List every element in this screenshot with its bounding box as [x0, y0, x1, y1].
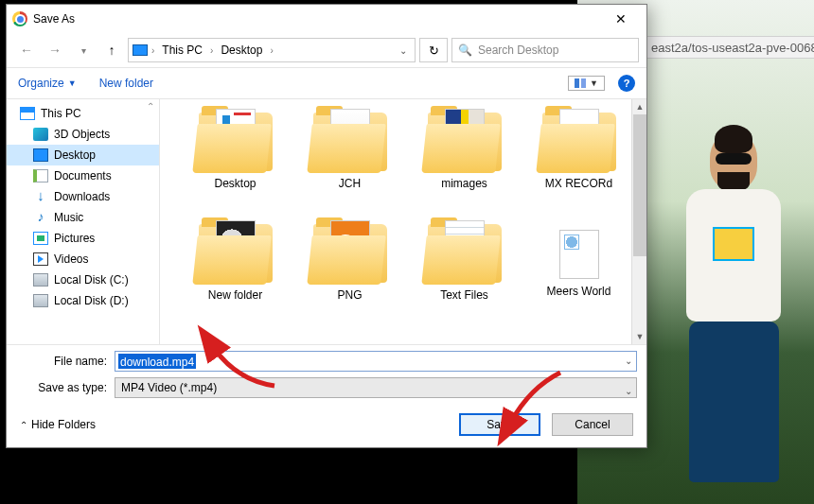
documents-icon — [33, 169, 48, 182]
save-button[interactable]: Save — [459, 413, 540, 436]
save-as-dialog: Save As ✕ ← → ▾ ↑ › This PC › Desktop › … — [6, 4, 647, 448]
up-button[interactable]: ↑ — [99, 38, 124, 62]
file-meers-world[interactable]: Meers World — [524, 224, 633, 336]
breadcrumb-desktop[interactable]: Desktop — [217, 43, 266, 57]
search-input[interactable]: 🔍 Search Desktop — [451, 38, 639, 62]
forward-button[interactable]: → — [43, 38, 67, 62]
filename-value: download.mp4 — [118, 354, 196, 369]
tree-label: Music — [54, 211, 83, 224]
hide-folders-label: Hide Folders — [31, 418, 96, 431]
filename-area: File name: download.mp4 ⌄ Save as type: … — [7, 345, 646, 402]
person-figure — [672, 132, 795, 492]
chevron-right-icon: › — [151, 45, 154, 56]
filename-input[interactable]: download.mp4 ⌄ — [115, 351, 637, 372]
dialog-title: Save As — [33, 12, 75, 26]
chevron-down-icon: ▼ — [68, 78, 77, 88]
chevron-right-icon: › — [270, 45, 273, 56]
filetype-select[interactable]: MP4 Video (*.mp4) ⌄ — [115, 377, 637, 398]
downloads-icon: ↓ — [33, 190, 48, 203]
view-options-button[interactable]: ▼ — [568, 76, 605, 91]
search-placeholder: Search Desktop — [478, 43, 558, 57]
folder-icon — [199, 224, 273, 283]
browser-address-fragment: east2a/tos-useast2a-pve-0068 — [647, 36, 814, 59]
filename-label: File name: — [16, 355, 115, 368]
folder-icon — [542, 113, 616, 171]
pc-icon — [20, 107, 35, 120]
help-button[interactable]: ? — [618, 75, 635, 92]
folder-png[interactable]: PNG — [295, 224, 404, 336]
tree-item-disk-d[interactable]: Local Disk (D:) — [7, 290, 159, 311]
breadcrumb-dropdown[interactable]: ⌄ — [396, 45, 411, 56]
tree-item-downloads[interactable]: ↓ Downloads — [7, 186, 159, 207]
breadcrumb-this-pc[interactable]: This PC — [158, 43, 206, 57]
filetype-value: MP4 Video (*.mp4) — [121, 381, 217, 394]
file-label: Meers World — [547, 285, 611, 298]
folder-desktop[interactable]: Desktop — [181, 113, 290, 224]
tree-label: This PC — [41, 107, 81, 120]
new-folder-button[interactable]: New folder — [99, 77, 153, 90]
dialog-footer: ⌃ Hide Folders Save Cancel — [7, 402, 646, 447]
tree-label: Downloads — [54, 190, 110, 203]
3d-icon — [33, 128, 48, 141]
tree-label: 3D Objects — [54, 128, 110, 141]
file-grid: Desktop JCH mimages MX RECORd New folder… — [160, 99, 646, 344]
tree-item-this-pc[interactable]: This PC — [7, 103, 159, 124]
tree-label: Local Disk (D:) — [54, 294, 129, 307]
tree-label: Documents — [54, 169, 112, 182]
file-label: mimages — [441, 177, 487, 190]
folder-new-folder[interactable]: New folder — [181, 224, 290, 336]
file-label: Desktop — [214, 177, 256, 190]
nav-row: ← → ▾ ↑ › This PC › Desktop › ⌄ ↻ 🔍 Sear… — [7, 33, 646, 67]
chrome-icon — [12, 11, 27, 26]
folder-jch[interactable]: JCH — [295, 113, 404, 224]
tree-item-documents[interactable]: Documents — [7, 165, 159, 186]
filetype-label: Save as type: — [16, 381, 115, 394]
cancel-button[interactable]: Cancel — [552, 413, 633, 436]
chevron-right-icon: › — [210, 45, 213, 56]
nav-history-dropdown[interactable]: ▾ — [71, 38, 96, 62]
tree-item-music[interactable]: ♪ Music — [7, 207, 159, 228]
organize-menu[interactable]: Organize ▼ — [18, 77, 77, 90]
scrollbar-thumb[interactable] — [633, 114, 646, 256]
file-label: MX RECORd — [545, 177, 612, 190]
tree-label: Pictures — [54, 232, 95, 245]
nav-tree: ⌃ This PC 3D Objects Desktop Documents ↓… — [7, 99, 160, 344]
tree-label: Local Disk (C:) — [54, 273, 129, 287]
disk-icon — [33, 273, 48, 287]
music-icon: ♪ — [33, 211, 48, 224]
shortcut-icon — [559, 230, 599, 279]
tree-item-desktop[interactable]: Desktop — [7, 145, 159, 165]
organize-label: Organize — [18, 77, 64, 90]
file-label: Text Files — [440, 288, 488, 302]
tree-item-pictures[interactable]: Pictures — [7, 228, 159, 249]
tree-item-3d-objects[interactable]: 3D Objects — [7, 124, 159, 145]
desktop-icon — [33, 148, 48, 162]
view-icon — [575, 78, 586, 88]
chevron-down-icon: ▼ — [590, 78, 598, 88]
chevron-down-icon[interactable]: ⌄ — [625, 356, 632, 366]
search-icon: 🔍 — [458, 43, 472, 57]
back-button[interactable]: ← — [14, 38, 39, 62]
folder-icon — [313, 113, 387, 171]
file-label: New folder — [208, 288, 262, 302]
tree-label: Desktop — [54, 148, 96, 162]
refresh-button[interactable]: ↻ — [419, 38, 448, 62]
vertical-scrollbar[interactable] — [631, 99, 646, 344]
folder-text-files[interactable]: Text Files — [410, 224, 519, 336]
chevron-down-icon[interactable]: ⌄ — [625, 382, 632, 401]
pc-icon — [133, 44, 148, 56]
folder-icon — [428, 113, 502, 171]
tree-item-videos[interactable]: Videos — [7, 249, 159, 269]
hide-folders-button[interactable]: ⌃ Hide Folders — [20, 418, 96, 431]
pictures-icon — [33, 232, 48, 245]
toolbar: Organize ▼ New folder ▼ ? — [7, 67, 646, 99]
tree-item-disk-c[interactable]: Local Disk (C:) — [7, 269, 159, 290]
folder-icon — [199, 113, 273, 171]
folder-mimages[interactable]: mimages — [410, 113, 519, 224]
close-button[interactable]: ✕ — [601, 6, 641, 32]
file-label: JCH — [339, 177, 361, 190]
breadcrumb-bar[interactable]: › This PC › Desktop › ⌄ — [128, 38, 416, 62]
tree-scroll-up[interactable]: ⌃ — [144, 101, 157, 114]
disk-icon — [33, 294, 48, 307]
folder-mxrecord[interactable]: MX RECORd — [524, 113, 633, 224]
